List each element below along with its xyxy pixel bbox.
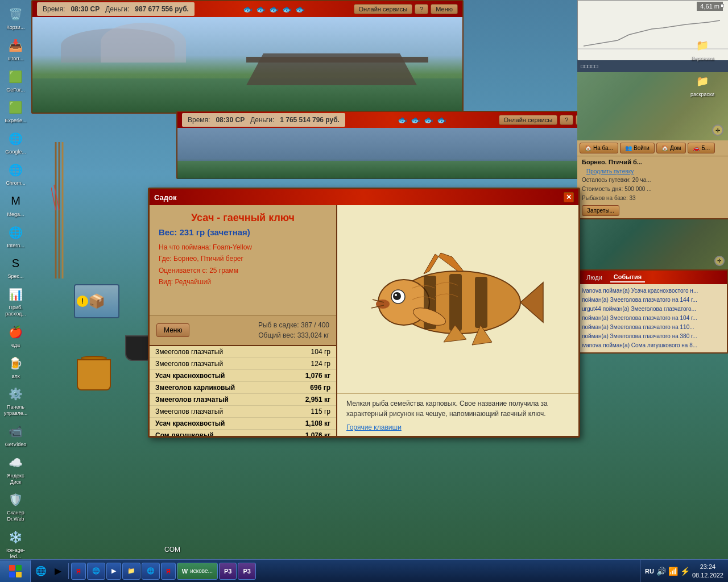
desktop-icon-приб.расход...[interactable]: 📊 Приб. расход... bbox=[2, 283, 30, 319]
car-btn[interactable]: 🚗 Б... bbox=[688, 143, 715, 153]
events-header: Люди События bbox=[578, 271, 727, 284]
fish-icon-2c: 🐟 bbox=[424, 115, 433, 124]
location-area: Борнео. Птичий б... Продлить путевку Ост… bbox=[577, 156, 728, 218]
desktop-icon-spec...[interactable]: S Spec... bbox=[2, 252, 30, 282]
tab-events[interactable]: События bbox=[610, 272, 645, 282]
sadok-titlebar: Садок ✕ bbox=[150, 189, 578, 205]
fish-weight-title: Вес: 231 гр (зачетная) bbox=[159, 227, 327, 237]
start-button[interactable] bbox=[0, 560, 31, 582]
help-btn-2[interactable]: ? bbox=[560, 115, 573, 125]
map-thumbnail-2: ✛ bbox=[577, 218, 728, 269]
raskraski-label: раскраски bbox=[690, 92, 714, 98]
fish-list-item[interactable]: Усач краснохвостый1,076 кг bbox=[150, 370, 336, 382]
desktop-icon-utorr...[interactable]: 📥 uTorr... bbox=[2, 34, 30, 64]
icon-label: еда bbox=[11, 342, 20, 348]
sadok-left-panel: Усач - гаечный ключ Вес: 231 гр (зачетна… bbox=[150, 205, 337, 436]
events-list: ivanova пойман(а) Усача краснохвостого н… bbox=[578, 284, 727, 352]
na-bazu-btn[interactable]: 🏠 На ба... bbox=[580, 143, 618, 153]
hotkeys-link[interactable]: Горячие клавиши bbox=[337, 421, 578, 436]
chrome-icon: 🌐 bbox=[147, 567, 155, 575]
game-window-1: Время: 08:30 СР Деньги: 987 677 556 руб.… bbox=[31, 0, 464, 114]
extend-permit-link[interactable]: Продлить путевку bbox=[582, 167, 638, 176]
time-value-2: 08:30 СР bbox=[216, 116, 245, 124]
media-icon: ▶ bbox=[111, 567, 116, 575]
icon-label: Корзи... bbox=[7, 24, 25, 31]
desktop-icon-ice-age-led...[interactable]: ❄️ ice-age-led... bbox=[2, 526, 30, 562]
icon-img: 🌐 bbox=[7, 130, 25, 148]
events-panel: Люди События ivanova пойман(а) Усача кра… bbox=[577, 269, 728, 354]
icon-img: ❄️ bbox=[7, 528, 25, 546]
sadok-stats: Рыб в садке: 387 / 400 Общий вес: 333,02… bbox=[258, 320, 329, 340]
icon-img: 🌐 bbox=[7, 223, 25, 242]
taskbar-folder[interactable]: 📁 bbox=[122, 563, 140, 580]
sadok-bottom-bar: Меню Рыб в садке: 387 / 400 Общий вес: 3… bbox=[150, 315, 336, 345]
desktop-icon-getvideo[interactable]: 📹 GetVideo bbox=[2, 420, 30, 450]
yandex-icon: Я bbox=[76, 568, 81, 575]
folder-icon-veronika: 📁 bbox=[693, 36, 712, 55]
fish-list-item[interactable]: Усач краснохвостый1,108 кг bbox=[150, 418, 336, 430]
com-text: COM bbox=[164, 546, 180, 554]
desktop-icon-панельуправле...[interactable]: ⚙️ Панель управле... bbox=[2, 383, 30, 419]
fish-image-area bbox=[337, 205, 578, 393]
desktop-icon-veronika[interactable]: 📁 Вероника bbox=[688, 34, 717, 64]
desktop-icon-experie...[interactable]: 🟩 Experie... bbox=[2, 96, 30, 126]
sadok-close-btn[interactable]: ✕ bbox=[564, 192, 574, 202]
location-info: Осталось путевки: 20 ча... Стоимость дня… bbox=[582, 176, 723, 203]
compass-icon-2: ✛ bbox=[714, 256, 725, 266]
ql-browser[interactable]: 🌐 bbox=[33, 563, 49, 579]
dom-btn[interactable]: 🏠 Дом bbox=[656, 143, 686, 153]
game-info-1: Время: 08:30 СР Деньги: 987 677 556 руб. bbox=[37, 2, 195, 16]
desktop-icon-gefor...[interactable]: 🟩 GeFor... bbox=[2, 65, 30, 95]
desktop-icon-raskraski[interactable]: 📁 раскраски bbox=[688, 70, 717, 100]
online-btn-2[interactable]: Онлайн сервисы bbox=[499, 115, 558, 125]
sadok-body: Усач - гаечный ключ Вес: 231 гр (зачетна… bbox=[150, 205, 578, 436]
taskbar-media[interactable]: ▶ bbox=[106, 563, 121, 580]
desktop-icon-еда[interactable]: 🍎 еда bbox=[2, 321, 30, 351]
fish-detail-lure: На что поймана: Foam-Yellow bbox=[159, 242, 327, 253]
sadok-menu-btn[interactable]: Меню bbox=[156, 323, 189, 337]
fish-icons-2: 🐟 🐟 🐟 🐟 bbox=[398, 115, 446, 124]
taskbar-yandex[interactable]: Я bbox=[71, 563, 86, 580]
fish-list-item[interactable]: Змееголов карликовый696 гр bbox=[150, 382, 336, 394]
fish-list-item[interactable]: Змееголов глазчатый2,951 кг bbox=[150, 394, 336, 406]
icon-img: S bbox=[7, 254, 25, 272]
taskbar-word[interactable]: W искове... bbox=[177, 563, 218, 580]
taskbar-rf1[interactable]: P3 bbox=[219, 563, 237, 580]
fish-list-item[interactable]: Сом лягушковый1,076 кг bbox=[150, 430, 336, 436]
event-item: пойман(а) Змееголова глазчатого на 110..… bbox=[582, 323, 723, 332]
desktop-icon-алк[interactable]: 🍺 алк bbox=[2, 352, 30, 382]
menu-btn-1[interactable]: Меню bbox=[431, 4, 458, 14]
taskbar-ie[interactable]: 🌐 bbox=[87, 563, 105, 580]
quick-launch: 🌐 ▶ bbox=[31, 563, 69, 579]
voiti-btn[interactable]: 👥 Войти bbox=[620, 143, 655, 153]
nav-buttons-area: 🏠 На ба... 👥 Войти 🏠 Дом 🚗 Б... bbox=[577, 140, 728, 156]
taskbar-chrome[interactable]: 🌐 bbox=[142, 563, 160, 580]
taskbar-items: Я 🌐 ▶ 📁 🌐 Я W искове... P3 bbox=[69, 560, 640, 582]
icon-img: 🟩 bbox=[7, 98, 25, 117]
taskbar-rf2[interactable]: P3 bbox=[238, 563, 255, 580]
ql-player[interactable]: ▶ bbox=[50, 563, 66, 579]
fish-list-item[interactable]: Змееголов глазчатый124 гр bbox=[150, 358, 336, 370]
tab-people[interactable]: Люди bbox=[583, 273, 606, 282]
taskbar-yandex2[interactable]: Я bbox=[161, 563, 176, 580]
desktop-icon-intern...[interactable]: 🌐 Intern... bbox=[2, 221, 30, 251]
svg-rect-12 bbox=[449, 274, 462, 331]
desktop-icon-корзи...[interactable]: 🗑️ Корзи... bbox=[2, 3, 30, 33]
game-header-1: Время: 08:30 СР Деньги: 987 677 556 руб.… bbox=[32, 1, 462, 17]
fish-list-item[interactable]: Змееголов глазчатый104 гр bbox=[150, 346, 336, 358]
desktop-icon-яндексдиск[interactable]: ☁️ Яндекс Диск bbox=[2, 451, 30, 488]
prohibitions-btn[interactable]: Запреты... bbox=[582, 205, 619, 216]
time-value-1: 08:30 СР bbox=[71, 5, 100, 13]
fish-count-stat: Рыб в садке: 387 / 400 bbox=[258, 320, 329, 330]
desktop-icon-google...[interactable]: 🌐 Google... bbox=[2, 127, 30, 157]
desktop-icon-chrom...[interactable]: 🌐 Chrom... bbox=[2, 159, 30, 189]
help-btn-1[interactable]: ? bbox=[415, 4, 428, 14]
fish-list-item[interactable]: Змееголов глазчатый115 гр bbox=[150, 406, 336, 418]
desktop-icon-сканерdr.web[interactable]: 🛡️ Сканер Dr.Web bbox=[2, 488, 30, 525]
fish-detail-rarity: Вид: Редчайший bbox=[159, 276, 327, 288]
tray-icon-1: 🔊 bbox=[656, 567, 666, 576]
online-btn-1[interactable]: Онлайн сервисы bbox=[354, 4, 413, 14]
ie-icon: 🌐 bbox=[92, 567, 100, 575]
sadok-fish-list[interactable]: Змееголов глазчатый104 грЗмееголов глазч… bbox=[150, 345, 336, 436]
desktop-icon-mega...[interactable]: M Mega... bbox=[2, 190, 30, 220]
